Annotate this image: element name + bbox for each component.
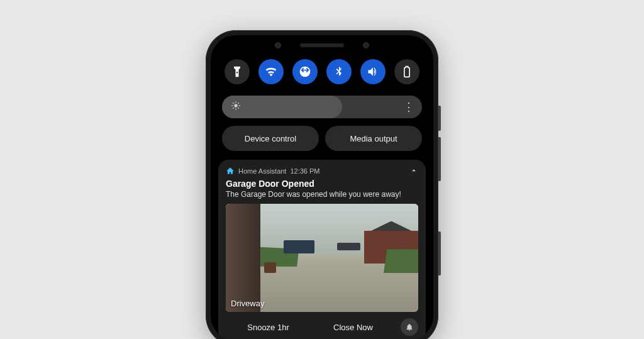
phone-screen: ⋮ Device control Media output Home Assis… <box>211 35 433 339</box>
phone-volume-down <box>438 231 441 275</box>
phone-camera-dot <box>275 42 281 48</box>
notification-actions: Snooze 1hr Close Now <box>226 312 418 336</box>
home-assistant-icon <box>226 167 235 175</box>
phone-speaker-slot <box>300 43 344 47</box>
battery-icon <box>401 65 413 78</box>
brightness-menu-icon[interactable]: ⋮ <box>403 100 417 114</box>
svg-point-0 <box>234 104 237 107</box>
brightness-slider[interactable]: ⋮ <box>222 96 422 118</box>
quick-settings-toggles <box>211 55 433 88</box>
auto-rotate-toggle[interactable] <box>292 59 318 84</box>
notification-app-name: Home Assistant <box>238 167 286 175</box>
auto-rotate-icon <box>299 65 311 78</box>
sound-icon <box>367 65 379 78</box>
media-output-button[interactable]: Media output <box>325 126 422 151</box>
phone-volume-up <box>438 137 441 181</box>
camera-snapshot[interactable]: Driveway <box>226 204 418 312</box>
wifi-icon <box>265 65 277 78</box>
close-now-action[interactable]: Close Now <box>311 323 396 332</box>
phone-frame: ⋮ Device control Media output Home Assis… <box>206 30 438 339</box>
camera-left-wall <box>226 204 260 312</box>
snooze-action[interactable]: Snooze 1hr <box>226 323 311 332</box>
camera-label: Driveway <box>231 299 264 308</box>
device-control-button[interactable]: Device control <box>222 126 319 151</box>
bluetooth-toggle[interactable] <box>326 59 352 84</box>
phone-sensor-dot <box>363 42 369 48</box>
wifi-toggle[interactable] <box>258 59 284 84</box>
camera-bin <box>264 262 275 273</box>
notification-settings-button[interactable] <box>401 318 418 336</box>
flashlight-toggle[interactable] <box>225 59 250 84</box>
notification-timestamp: 12:36 PM <box>290 167 319 175</box>
notification-header: Home Assistant 12:36 PM <box>226 166 418 176</box>
sound-toggle[interactable] <box>360 59 386 84</box>
bell-icon <box>405 323 414 331</box>
camera-car <box>337 243 360 250</box>
battery-saver-toggle[interactable] <box>394 59 419 84</box>
notification-body: The Garage Door was opened while you wer… <box>226 190 418 199</box>
notification-title: Garage Door Opened <box>226 179 418 189</box>
phone-power-button <box>438 106 441 131</box>
bluetooth-icon <box>333 65 345 78</box>
phone-hardware-top <box>211 35 433 55</box>
brightness-icon <box>231 101 241 113</box>
camera-truck <box>284 240 314 253</box>
quick-settings-buttons: Device control Media output <box>211 123 433 157</box>
chevron-up-icon[interactable] <box>409 166 418 176</box>
camera-grass-right <box>384 249 418 273</box>
notification-card[interactable]: Home Assistant 12:36 PM Garage Door Open… <box>218 160 426 339</box>
flashlight-icon <box>231 65 243 78</box>
